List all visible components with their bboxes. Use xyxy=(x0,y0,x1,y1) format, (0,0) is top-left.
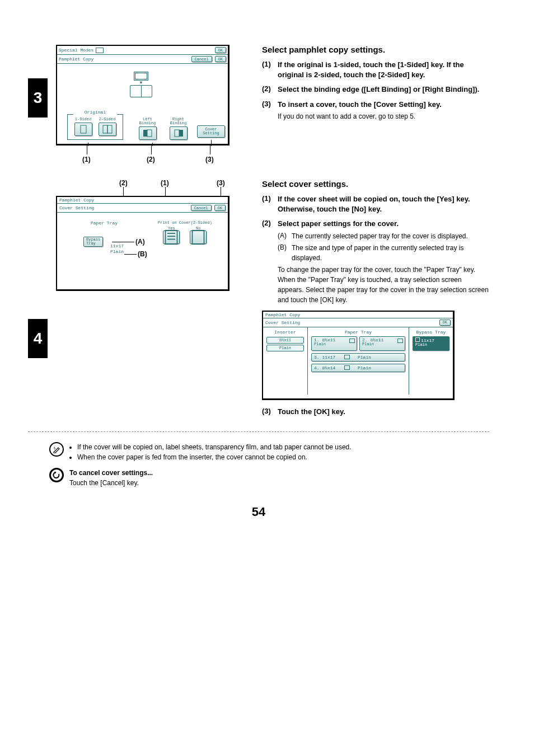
pamphlet-copy-label: Pamphlet Copy xyxy=(59,57,93,62)
tray-4-button[interactable]: 4. 8½x14Plain xyxy=(311,364,405,372)
step4-item1: If the cover sheet will be copied on, to… xyxy=(278,194,489,214)
paper-tray-label: Paper Tray xyxy=(91,220,118,226)
paper-tray-selection-screenshot: Pamphlet Copy Cover Setting OK Inserter … xyxy=(262,311,455,400)
paper-tray-button[interactable]: Bypass Tray xyxy=(83,237,103,247)
callout-1: (1) xyxy=(161,179,169,187)
tray-icon xyxy=(344,355,350,359)
callout-3: (3) xyxy=(217,179,225,187)
print-on-cover-no-button[interactable] xyxy=(190,231,207,244)
callout-2: (2) xyxy=(147,156,155,163)
inserter-size: 8½x11 xyxy=(266,337,304,344)
svg-rect-2 xyxy=(107,125,112,133)
note-bullet-1: If the cover will be copied on, label sh… xyxy=(77,442,489,452)
cover-setting-label: Cover Setting xyxy=(59,205,94,210)
ok-button[interactable]: OK xyxy=(439,320,451,326)
annotation-B: (B) xyxy=(138,250,147,258)
bypass-tray-label: Bypass Tray xyxy=(413,330,449,335)
left-binding-button[interactable] xyxy=(139,126,157,140)
page-number: 54 xyxy=(28,505,489,519)
svg-rect-0 xyxy=(81,125,86,133)
cancel-note-text: Touch the [Cancel] key. xyxy=(69,478,489,488)
tray-icon xyxy=(349,339,355,343)
bypass-icon xyxy=(415,337,420,342)
divider xyxy=(28,431,489,432)
return-icon xyxy=(49,468,64,482)
step3-title: Select pamphlet copy settings. xyxy=(262,45,489,54)
step4-item3: Touch the [OK] key. xyxy=(278,407,489,417)
note-block: If the cover will be copied on, label sh… xyxy=(49,442,489,462)
cancel-note-block: To cancel cover settings... Touch the [C… xyxy=(49,468,489,488)
pamphlet-copy-screenshot: Special Modes OK Pamphlet Copy Cancel OK xyxy=(56,45,229,145)
right-binding-button[interactable] xyxy=(170,126,188,140)
step4-title: Select cover settings. xyxy=(262,179,489,189)
one-sided-button[interactable] xyxy=(74,123,92,136)
ok-button[interactable]: OK xyxy=(215,47,226,53)
cancel-button[interactable]: Cancel xyxy=(191,205,212,211)
inserter-type: Plain xyxy=(266,345,304,351)
step3-item2: Select the binding edge ([Left Binding] … xyxy=(278,84,489,95)
note-bullet-2: When the cover paper is fed from the ins… xyxy=(77,452,489,462)
svg-rect-4 xyxy=(147,130,152,137)
ok-button[interactable]: OK xyxy=(215,56,226,62)
bypass-tray-button[interactable]: 11x17 Plain xyxy=(413,336,449,351)
inserter-label: Inserter xyxy=(266,330,304,335)
tray-2-button[interactable]: 2. 8½x11Plain xyxy=(359,336,405,351)
annotation-A: (A) xyxy=(135,238,145,246)
callout-3: (3) xyxy=(205,156,214,163)
cancel-button[interactable]: Cancel xyxy=(191,56,212,62)
callout-2: (2) xyxy=(119,179,128,187)
paper-info: 11x17 Plain xyxy=(110,243,124,254)
svg-rect-1 xyxy=(103,125,107,133)
callout-1: (1) xyxy=(82,156,91,163)
step-number: 3 xyxy=(28,78,48,118)
tray-1-button[interactable]: 1. 8½x11Plain xyxy=(311,336,357,351)
cover-setting-screenshot: Pamphlet Copy Cover Setting Cancel OK Pa… xyxy=(56,196,229,291)
svg-rect-5 xyxy=(175,130,179,137)
step-number: 4 xyxy=(28,319,48,358)
step3-item3: To insert a cover, touch the [Cover Sett… xyxy=(278,100,442,109)
tray-icon xyxy=(344,365,350,370)
svg-rect-6 xyxy=(179,130,183,137)
step4-item2: Select paper settings for the cover. xyxy=(278,219,399,228)
special-modes-label: Special Modes xyxy=(59,48,93,53)
print-on-cover-yes-button[interactable] xyxy=(163,231,180,244)
pencil-icon xyxy=(49,442,64,457)
book-icon xyxy=(96,48,104,53)
two-sided-button[interactable] xyxy=(99,123,116,136)
svg-rect-11 xyxy=(193,231,204,245)
pamphlet-graphic: ▼ xyxy=(124,72,158,111)
paper-tray-header: Paper Tray xyxy=(311,330,405,335)
original-group: Original 1-Sided 2-Sided xyxy=(67,114,123,140)
step3-item1: If the original is 1-sided, touch the [1… xyxy=(278,60,489,80)
tray-3-button[interactable]: 3. 11x17Plain xyxy=(311,353,405,361)
tray-icon xyxy=(397,339,403,343)
svg-rect-7 xyxy=(166,231,177,245)
svg-rect-3 xyxy=(143,130,147,137)
cancel-note-title: To cancel cover settings... xyxy=(69,468,489,478)
ok-button[interactable]: OK xyxy=(214,205,226,211)
cover-setting-button[interactable]: Cover Setting xyxy=(197,125,225,138)
